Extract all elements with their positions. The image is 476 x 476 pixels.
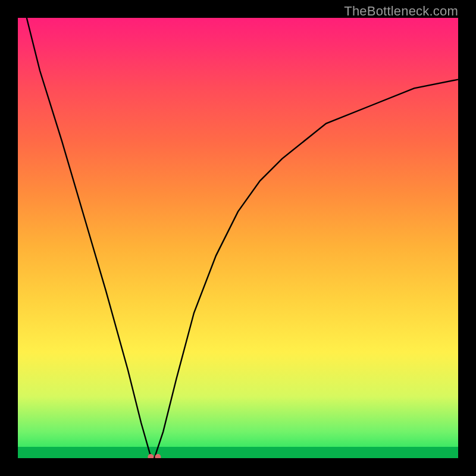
curve-svg [18,18,458,458]
plot-area [18,18,458,458]
bottleneck-curve [27,18,458,458]
chart-frame: TheBottleneck.com [0,0,476,476]
watermark-text: TheBottleneck.com [344,4,458,19]
min-marker-a [148,454,154,458]
